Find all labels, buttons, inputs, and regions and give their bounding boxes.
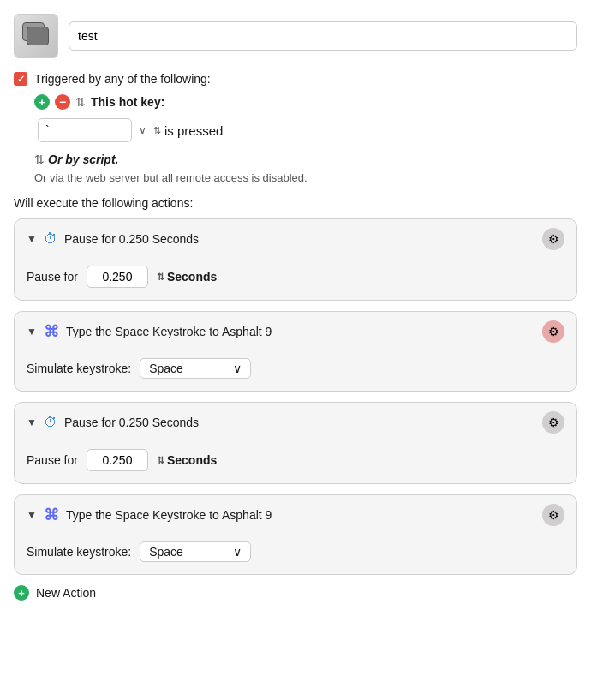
action-icon-pause2: ⏱ — [44, 415, 57, 430]
or-script-row: ⇅ Or by script. — [34, 153, 577, 166]
add-trigger-button[interactable] — [34, 94, 50, 110]
action-icon-keystroke2: ⌘ — [44, 506, 59, 524]
action-card-keystroke2: ▼ ⌘ Type the Space Keystroke to Asphalt … — [14, 494, 577, 575]
hotkey-key-input[interactable] — [38, 118, 132, 142]
or-via-text: Or via the web server but all remote acc… — [34, 171, 577, 184]
macro-name-input[interactable] — [69, 21, 577, 51]
or-script-stepper-icon[interactable]: ⇅ — [34, 153, 45, 166]
remove-trigger-button[interactable] — [55, 94, 70, 110]
collapse-arrow-keystroke1[interactable]: ▼ — [27, 326, 37, 338]
new-action-row[interactable]: New Action — [14, 585, 577, 601]
will-execute-label: Will execute the following actions: — [14, 196, 577, 210]
hotkey-stepper-icon[interactable]: ⇅ — [75, 95, 86, 109]
keystroke-dropdown-arrow-keystroke2: ∨ — [233, 545, 242, 559]
action-header-pause1: ▼ ⏱ Pause for 0.250 Seconds ⚙ — [15, 219, 576, 259]
action-header-pause2: ▼ ⏱ Pause for 0.250 Seconds ⚙ — [15, 403, 576, 442]
action-body-keystroke1: Simulate keystroke: Space ∨ — [15, 351, 576, 391]
pause-label-pause2: Pause for — [27, 453, 78, 467]
collapse-arrow-pause2[interactable]: ▼ — [27, 416, 37, 428]
app-icon — [14, 14, 58, 58]
action-card-pause2: ▼ ⏱ Pause for 0.250 Seconds ⚙ Pause for … — [14, 402, 577, 484]
actions-container: ▼ ⏱ Pause for 0.250 Seconds ⚙ Pause for … — [14, 218, 577, 575]
seconds-stepper-pause1[interactable]: ⇅ — [157, 272, 164, 283]
keystroke-value-keystroke1: Space — [149, 362, 183, 375]
is-pressed-stepper[interactable]: ⇅ — [153, 125, 161, 136]
new-action-label: New Action — [36, 586, 96, 600]
seconds-label-pause2: ⇅ Seconds — [157, 453, 217, 467]
action-card-pause1: ▼ ⏱ Pause for 0.250 Seconds ⚙ Pause for … — [14, 218, 577, 301]
simulate-label-keystroke1: Simulate keystroke: — [27, 362, 131, 375]
collapse-arrow-pause1[interactable]: ▼ — [27, 233, 37, 245]
pause-input-pause2[interactable] — [87, 449, 148, 471]
keystroke-dropdown-keystroke1[interactable]: Space ∨ — [140, 358, 251, 379]
is-pressed-label: ⇅ is pressed — [153, 123, 223, 138]
action-icon-keystroke1: ⌘ — [44, 322, 59, 341]
new-action-add-icon[interactable] — [14, 585, 29, 601]
pause-label-pause1: Pause for — [27, 270, 78, 284]
action-title-keystroke2: Type the Space Keystroke to Asphalt 9 — [66, 508, 535, 522]
simulate-label-keystroke2: Simulate keystroke: — [27, 545, 131, 559]
hotkey-header: ⇅ This hot key: — [34, 94, 577, 110]
keystroke-dropdown-arrow-keystroke1: ∨ — [233, 362, 242, 375]
hotkey-label: This hot key: — [91, 95, 164, 109]
keystroke-value-keystroke2: Space — [149, 545, 183, 559]
action-header-keystroke1: ▼ ⌘ Type the Space Keystroke to Asphalt … — [15, 312, 576, 351]
action-header-keystroke2: ▼ ⌘ Type the Space Keystroke to Asphalt … — [15, 495, 576, 535]
hotkey-section: ⇅ This hot key: ∨ ⇅ is pressed — [34, 94, 577, 142]
collapse-arrow-keystroke2[interactable]: ▼ — [27, 509, 37, 521]
keystroke-dropdown-keystroke2[interactable]: Space ∨ — [140, 541, 251, 562]
triggered-checkbox[interactable] — [14, 72, 27, 86]
triggered-row: Triggered by any of the following: — [14, 72, 577, 86]
action-icon-pause1: ⏱ — [44, 231, 57, 247]
hotkey-input-row: ∨ ⇅ is pressed — [38, 118, 577, 142]
seconds-label-pause1: ⇅ Seconds — [157, 270, 217, 284]
action-body-pause1: Pause for ⇅ Seconds — [15, 259, 576, 300]
pause-input-pause1[interactable] — [87, 266, 148, 288]
hotkey-dropdown-arrow[interactable]: ∨ — [139, 124, 146, 136]
triggered-label: Triggered by any of the following: — [34, 72, 211, 86]
seconds-stepper-pause2[interactable]: ⇅ — [157, 455, 164, 466]
action-title-pause2: Pause for 0.250 Seconds — [64, 416, 535, 429]
header-row — [14, 14, 577, 58]
action-card-keystroke1: ▼ ⌘ Type the Space Keystroke to Asphalt … — [14, 311, 577, 392]
action-gear-button-pause1[interactable]: ⚙ — [542, 228, 564, 250]
action-gear-button-keystroke2[interactable]: ⚙ — [542, 504, 564, 526]
or-script-label: Or by script. — [48, 153, 118, 166]
action-gear-button-pause2[interactable]: ⚙ — [542, 411, 564, 434]
action-title-pause1: Pause for 0.250 Seconds — [64, 232, 535, 246]
action-title-keystroke1: Type the Space Keystroke to Asphalt 9 — [66, 325, 535, 338]
action-gear-button-keystroke1[interactable]: ⚙ — [542, 320, 564, 343]
action-body-pause2: Pause for ⇅ Seconds — [15, 442, 576, 483]
action-body-keystroke2: Simulate keystroke: Space ∨ — [15, 535, 576, 574]
